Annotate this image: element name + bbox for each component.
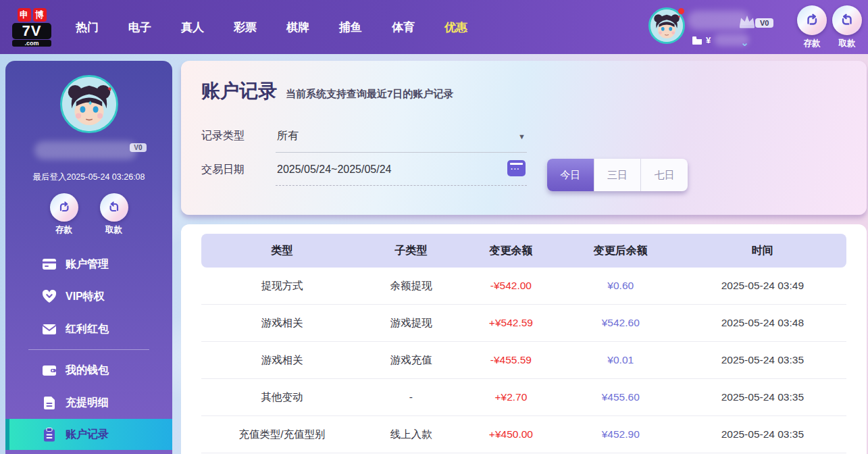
table-row: 游戏相关 游戏充值 -¥455.59 ¥0.01 2025-05-24 03:3…	[201, 342, 846, 379]
vip-level-badge[interactable]: V0	[755, 18, 773, 28]
sidebar-item-label: 我的钱包	[66, 363, 109, 378]
nav-item-live[interactable]: 真人	[181, 20, 204, 35]
range-3days-button[interactable]: 三日	[594, 159, 641, 191]
nav-item-lottery[interactable]: 彩票	[234, 20, 257, 35]
cell-balance: ¥455.60	[563, 391, 679, 403]
cell-subtype: 游戏提现	[363, 316, 459, 330]
filter-panel: 账户记录 当前系统支持查询最近7日的账户记录 记录类型 所有 ▼ 交易日期 20…	[181, 61, 867, 215]
column-header-type: 类型	[201, 244, 363, 258]
nav-item-hot[interactable]: 热门	[76, 20, 99, 35]
notification-dot	[678, 8, 684, 14]
sidebar-withdraw-button[interactable]: 取款	[97, 193, 132, 236]
date-range-input[interactable]: 2025/05/24~2025/05/24	[276, 161, 527, 186]
deposit-icon	[50, 193, 78, 222]
avatar-illustration	[62, 77, 116, 131]
sidebar-item-transaction-details[interactable]: 充提明细	[5, 386, 172, 419]
sidebar-item-account-records[interactable]: 账户记录	[5, 419, 172, 450]
cell-type: 游戏相关	[201, 353, 363, 368]
wallet-icon	[42, 363, 57, 378]
cell-subtype: 游戏充值	[363, 353, 459, 368]
records-table-panel: 类型 子类型 变更余额 变更后余额 时间 提现方式 余额提现 -¥542.00 …	[181, 224, 867, 454]
cell-type: 其他变动	[201, 390, 363, 405]
cell-type: 充值类型/充值型别	[201, 428, 363, 442]
chevron-down-icon: ▼	[518, 132, 526, 141]
withdraw-icon	[100, 193, 128, 222]
cell-subtype: 线上入款	[363, 428, 459, 442]
cell-type: 游戏相关	[201, 316, 363, 330]
table-row: 游戏相关 游戏提现 +¥542.59 ¥542.60 2025-05-24 03…	[201, 305, 846, 342]
wallet-balance-row[interactable]: ¥ ⌄	[692, 31, 749, 49]
balance-blurred	[714, 34, 749, 46]
cell-subtype: -	[363, 391, 459, 403]
brand-logo[interactable]: 申 博 7V .com	[12, 8, 51, 47]
sidebar-item-label: 红利红包	[66, 322, 109, 336]
column-header-change: 变更余额	[459, 244, 563, 258]
nav-item-promo[interactable]: 优惠	[444, 20, 467, 35]
user-cluster: V0 ¥ ⌄ 存款	[635, 0, 868, 54]
brand-com: .com	[12, 40, 51, 47]
column-header-time: 时间	[679, 244, 846, 258]
cell-time: 2025-05-24 03:35	[679, 354, 846, 366]
cell-change: -¥542.00	[459, 280, 563, 292]
deposit-icon	[797, 5, 827, 35]
sidebar-item-account-management[interactable]: 账户管理	[5, 248, 172, 280]
cell-change: +¥2.70	[459, 391, 563, 403]
sidebar-username-blurred	[34, 141, 137, 159]
table-row: 充值类型/充值型别 线上入款 +¥450.00 ¥452.90 2025-05-…	[201, 416, 846, 453]
brand-char-1: 申	[18, 8, 31, 22]
sidebar: V0 最后登入2025-05-24 03:26:08 存款	[5, 61, 172, 454]
cell-type: 提现方式	[201, 279, 363, 293]
sidebar-item-my-wallet[interactable]: 我的钱包	[5, 354, 172, 386]
record-type-select[interactable]: 所有 ▼	[276, 127, 527, 153]
table-row: 其他变动 - +¥2.70 ¥455.60 2025-05-24 03:35	[201, 379, 846, 416]
column-header-subtype: 子类型	[363, 244, 459, 258]
sidebar-item-vip[interactable]: VIP特权	[5, 280, 172, 313]
cell-time: 2025-05-24 03:49	[679, 280, 846, 292]
record-type-value: 所有	[277, 129, 299, 143]
clipboard-icon	[42, 427, 57, 442]
deposit-button-top[interactable]: 存款	[794, 5, 829, 49]
nav-item-cards[interactable]: 棋牌	[286, 20, 309, 35]
last-login-text: 最后登入2025-05-24 03:26:08	[32, 172, 145, 183]
table-row: 提现方式 余额提现 -¥542.00 ¥0.60 2025-05-24 03:4…	[201, 268, 846, 305]
sidebar-item-label: 账户记录	[66, 428, 109, 442]
cell-balance: ¥0.60	[563, 280, 679, 292]
envelope-icon	[42, 322, 57, 336]
nav-item-sports[interactable]: 体育	[392, 20, 415, 35]
sidebar-deposit-button[interactable]: 存款	[47, 193, 82, 236]
cell-time: 2025-05-24 03:35	[679, 391, 846, 403]
vip-icon	[42, 289, 57, 304]
withdraw-button-top[interactable]: 取款	[829, 5, 865, 49]
quick-range-group: 今日 三日 七日	[547, 159, 688, 191]
withdraw-label: 取款	[829, 38, 865, 49]
cell-change: -¥455.59	[459, 354, 563, 366]
top-navbar: 申 博 7V .com 热门 电子 真人 彩票 棋牌 捕鱼 体育 优惠	[0, 0, 868, 54]
date-range-label: 交易日期	[201, 161, 276, 177]
calendar-icon[interactable]	[507, 160, 526, 176]
sidebar-withdraw-label: 取款	[97, 224, 132, 236]
screen: 申 博 7V .com 热门 电子 真人 彩票 棋牌 捕鱼 体育 优惠	[0, 0, 868, 454]
cell-change: +¥450.00	[459, 428, 563, 440]
sidebar-menu: 账户管理 VIP特权 红利红包	[5, 248, 172, 450]
page-subtitle: 当前系统支持查询最近7日的账户记录	[286, 88, 453, 101]
cell-time: 2025-05-24 03:48	[679, 317, 846, 329]
range-today-button[interactable]: 今日	[547, 159, 594, 191]
page-title: 账户记录	[201, 78, 277, 104]
range-7days-button[interactable]: 七日	[640, 159, 688, 191]
page-background: V0 最后登入2025-05-24 03:26:08 存款	[0, 54, 868, 454]
sidebar-item-label: VIP特权	[66, 290, 105, 304]
main-content: 账户记录 当前系统支持查询最近7日的账户记录 记录类型 所有 ▼ 交易日期 20…	[181, 61, 867, 454]
cell-balance: ¥0.01	[563, 354, 679, 366]
sidebar-item-label: 账户管理	[66, 257, 109, 272]
nav-item-fishing[interactable]: 捕鱼	[339, 20, 362, 35]
sidebar-item-bonus[interactable]: 红利红包	[5, 313, 172, 345]
sidebar-avatar[interactable]	[60, 75, 118, 133]
date-range-value: 2025/05/24~2025/05/24	[277, 163, 392, 176]
cell-balance: ¥542.60	[563, 317, 679, 329]
nav-item-slots[interactable]: 电子	[128, 20, 151, 35]
sidebar-deposit-label: 存款	[47, 224, 82, 236]
column-header-balance-after: 变更后余额	[563, 244, 679, 258]
cell-change: +¥542.59	[459, 317, 563, 329]
avatar-illustration	[650, 9, 683, 42]
withdraw-icon	[832, 5, 862, 35]
